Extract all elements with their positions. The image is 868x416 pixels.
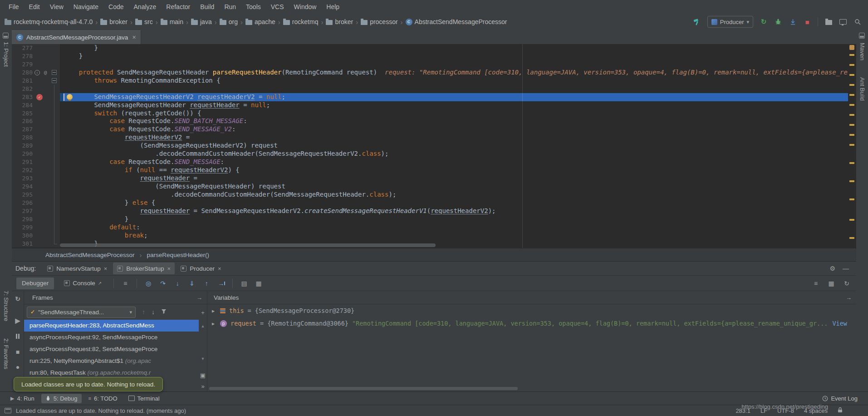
search-icon[interactable] — [853, 17, 862, 26]
code-editor[interactable]: 277 }278 }279280↓@ protected SendMessage… — [12, 44, 848, 248]
scroll-up-icon[interactable]: ▲ — [200, 324, 206, 328]
refresh-icon[interactable]: ↻ — [842, 280, 852, 287]
code-text[interactable]: case RequestCode.SEND_MESSAGE_V2: — [60, 125, 848, 134]
code-text[interactable] — [60, 85, 848, 93]
build-hammer-icon[interactable] — [693, 17, 701, 26]
warning-stripe-mark[interactable] — [849, 237, 854, 239]
code-text[interactable]: switch (request.getCode()) { — [60, 109, 848, 118]
close-icon[interactable]: × — [218, 265, 221, 272]
copy-stack-icon[interactable]: ▣ — [200, 372, 206, 379]
breadcrumb-apache[interactable]: apache — [245, 18, 275, 25]
next-frame-icon[interactable]: ↓ — [152, 308, 155, 316]
intention-bulb-icon[interactable] — [67, 94, 73, 100]
close-icon[interactable]: × — [132, 34, 136, 41]
monitor-icon[interactable] — [839, 17, 847, 26]
warning-stripe-mark[interactable] — [849, 74, 854, 76]
sidebar-item-ant-build[interactable]: Ant Build — [859, 77, 866, 101]
scroll-down-icon[interactable]: ▼ — [200, 357, 206, 361]
toolwindow-todo-button[interactable]: ≡ 6: TODO — [84, 394, 122, 403]
update-application-icon[interactable] — [789, 17, 797, 26]
menu-item-run[interactable]: Run — [219, 3, 241, 10]
pause-icon[interactable] — [14, 333, 22, 340]
lock-icon[interactable] — [838, 407, 843, 414]
variable-row-request[interactable]: ▶ p request = {RemotingCommand@3066} "Re… — [207, 317, 856, 330]
debug-tab-producer[interactable]: Producer× — [177, 262, 225, 274]
gear-icon[interactable]: ⚙ — [829, 265, 835, 272]
warning-stripe-mark[interactable] — [849, 84, 854, 86]
menu-item-code[interactable]: Code — [103, 3, 128, 10]
sidebar-item-maven[interactable]: Maven — [859, 43, 866, 60]
warning-stripe-mark[interactable] — [849, 94, 854, 96]
code-text[interactable]: protected SendMessageRequestHeader parse… — [60, 69, 848, 77]
fold-collapse-icon[interactable] — [52, 78, 57, 83]
debug-tab-namesrvstartup[interactable]: NamesrvStartup× — [43, 262, 111, 274]
warning-stripe-mark[interactable] — [849, 144, 854, 146]
menu-item-view[interactable]: View — [45, 3, 69, 10]
view-as-table-icon[interactable]: ▤ — [239, 280, 249, 287]
editor-tab[interactable]: C AbstractSendMessageProcessor.java × — [12, 30, 141, 44]
code-text[interactable] — [60, 60, 848, 69]
annotation-marker-icon[interactable]: @ — [43, 70, 48, 75]
code-text[interactable]: default: — [60, 223, 848, 232]
menu-item-file[interactable]: File — [4, 3, 24, 10]
variable-row-this[interactable]: ▶ this = {SendMessageProcessor@2730} — [207, 304, 856, 317]
warning-stripe-mark[interactable] — [849, 124, 854, 126]
breakpoint-icon[interactable]: ✓ — [36, 94, 43, 100]
debug-tab-brokerstartup[interactable]: BrokerStartup× — [113, 262, 175, 274]
code-text[interactable]: .decodeCommandCustomHeader(SendMessageRe… — [60, 150, 848, 158]
code-text[interactable]: } — [60, 52, 848, 60]
sidebar-item-project[interactable]: 1: Project — [3, 42, 10, 67]
stop-debug-icon[interactable]: ■ — [14, 348, 22, 356]
code-text[interactable]: (SendMessageRequestHeader) request — [60, 183, 848, 191]
code-text[interactable]: requestHeader = SendMessageRequestHeader… — [60, 207, 848, 215]
toolwindow-run-button[interactable]: ▶ 4: Run — [6, 394, 39, 403]
code-text[interactable]: SendMessageRequestHeader requestHeader =… — [60, 101, 848, 109]
code-text[interactable]: .decodeCommandCustomHeader(SendMessageRe… — [60, 191, 848, 199]
previous-frame-icon[interactable]: ↑ — [142, 308, 145, 316]
code-text[interactable]: if (null == requestHeaderV2) { — [60, 166, 848, 174]
tab-debugger[interactable]: Debugger — [16, 277, 54, 289]
menu-item-navigate[interactable]: Navigate — [69, 3, 103, 10]
breadcrumb-AbstractSendMessageProcessor[interactable]: CAbstractSendMessageProcessor — [406, 18, 507, 25]
warning-stripe-mark[interactable] — [849, 180, 854, 182]
menu-item-refactor[interactable]: Refactor — [161, 3, 195, 10]
breadcrumb-processor[interactable]: processor — [361, 18, 397, 25]
stack-frame[interactable]: parseRequestHeader:283, AbstractSendMess — [24, 320, 199, 332]
warning-stripe-mark[interactable] — [849, 114, 854, 116]
pin-icon[interactable]: → — [196, 294, 202, 301]
window-icon[interactable] — [5, 408, 11, 413]
warning-stripe-mark[interactable] — [849, 134, 854, 136]
force-step-into-icon[interactable]: ⇓ — [187, 280, 197, 287]
breadcrumb-method[interactable]: parseRequestHeader() — [147, 252, 209, 258]
menu-item-edit[interactable]: Edit — [24, 3, 45, 10]
warning-stripe-mark[interactable] — [849, 219, 854, 221]
tool-window-icon[interactable] — [859, 33, 865, 39]
menu-item-vcs[interactable]: VCS — [266, 3, 289, 10]
resume-icon[interactable]: ▶ — [14, 317, 22, 324]
breadcrumb-rocketmq[interactable]: rocketmq — [283, 18, 319, 25]
code-text[interactable]: SendMessageRequestHeaderV2 requestHeader… — [60, 93, 848, 101]
run-to-cursor-icon[interactable]: → — [216, 280, 226, 287]
code-text[interactable]: } — [60, 44, 848, 52]
breadcrumb-main[interactable]: main — [161, 18, 183, 25]
expand-arrow-icon[interactable]: ▶ — [212, 308, 216, 313]
code-text[interactable]: } else { — [60, 199, 848, 207]
close-icon[interactable]: × — [167, 265, 171, 272]
stop-icon[interactable]: ■ — [803, 17, 811, 26]
view-breakpoints-icon[interactable]: ● — [14, 363, 22, 371]
menu-item-build[interactable]: Build — [195, 3, 219, 10]
tool-window-icon[interactable] — [3, 33, 9, 39]
breadcrumb-java[interactable]: java — [191, 18, 212, 25]
code-text[interactable]: requestHeaderV2 = — [60, 134, 848, 142]
debug-icon[interactable] — [774, 17, 782, 26]
layout-menu-icon[interactable]: ≡ — [120, 280, 130, 287]
code-text[interactable]: } — [60, 215, 848, 223]
layout-settings-icon[interactable]: ≡ — [811, 280, 821, 287]
minimize-icon[interactable]: — — [843, 265, 849, 272]
sidebar-item-structure[interactable]: 7: Structure — [3, 291, 10, 321]
rerun-icon[interactable]: ↻ — [760, 17, 768, 26]
warning-stripe-mark[interactable] — [849, 104, 854, 106]
step-into-icon[interactable]: ↓ — [172, 280, 182, 287]
breadcrumb-broker[interactable]: broker — [100, 18, 128, 25]
restore-layout-icon[interactable]: ▦ — [826, 280, 836, 287]
